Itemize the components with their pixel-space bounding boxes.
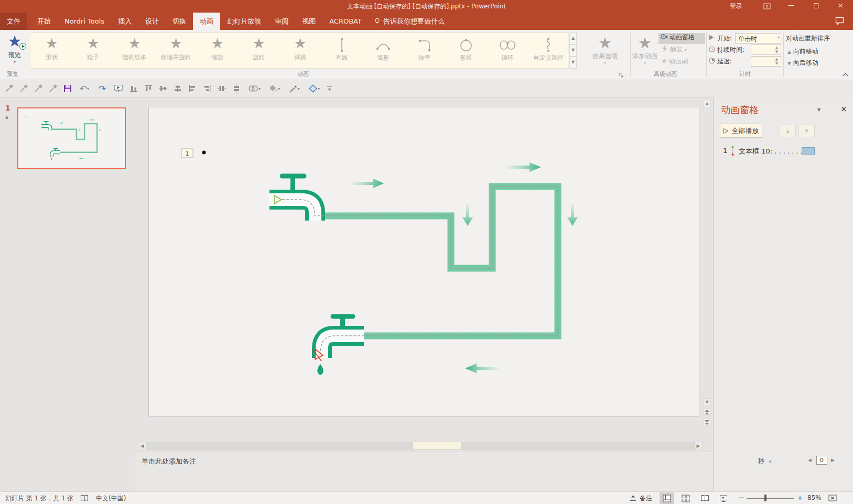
- maximize-button[interactable]: □: [809, 0, 823, 10]
- align-bottom-icon[interactable]: [127, 82, 141, 95]
- scroll-left-icon[interactable]: ◀: [138, 442, 146, 450]
- pane-dropdown-icon[interactable]: ▾: [817, 106, 820, 113]
- pipe-diagram[interactable]: [149, 107, 699, 416]
- anim-wheel[interactable]: ★轮子: [72, 33, 114, 68]
- tab-review[interactable]: 审阅: [268, 13, 295, 30]
- shape-fill-icon[interactable]: ▾: [265, 82, 283, 95]
- anim-spin[interactable]: ★旋转: [238, 33, 279, 68]
- horizontal-scroll-thumb[interactable]: [413, 442, 461, 450]
- tab-transitions[interactable]: 切换: [166, 13, 193, 30]
- tab-slideshow[interactable]: 幻灯片放映: [220, 13, 268, 30]
- zoom-level[interactable]: 85%: [807, 494, 822, 501]
- comments-icon[interactable]: [835, 17, 844, 25]
- fit-to-window-icon[interactable]: [828, 494, 837, 502]
- view-normal-icon[interactable]: [660, 492, 674, 504]
- tab-design[interactable]: 设计: [138, 13, 166, 30]
- animation-dialog-launcher-icon[interactable]: [619, 73, 624, 78]
- delay-spinner[interactable]: ▲▼: [773, 57, 780, 65]
- slide-canvas[interactable]: [148, 107, 699, 417]
- horizontal-scrollbar[interactable]: ◀ ▶: [138, 442, 703, 450]
- animation-list-item[interactable]: 1 文本框 10: . . . . . . ....: [717, 146, 849, 157]
- reorder-down-icon[interactable]: ▼: [798, 125, 815, 137]
- minimize-button[interactable]: —: [784, 0, 798, 10]
- path-turn[interactable]: 转弯: [404, 33, 445, 68]
- shape-outline-icon[interactable]: ▾: [285, 82, 303, 95]
- anim-bounce[interactable]: ★弹跳: [279, 33, 321, 68]
- align-left-icon[interactable]: [186, 82, 199, 95]
- path-loop[interactable]: 循环: [487, 33, 528, 68]
- align-middle-icon[interactable]: [156, 82, 170, 95]
- anim-shape[interactable]: ★形状: [31, 33, 72, 68]
- undo-icon[interactable]: ↶▾: [75, 82, 93, 95]
- path-custom[interactable]: 自定义路径: [528, 33, 569, 68]
- qat-overflow-icon[interactable]: [324, 82, 334, 95]
- animation-painter-button[interactable]: ★动画刷: [658, 57, 705, 68]
- tab-acrobat[interactable]: ACROBAT: [322, 13, 369, 30]
- pane-close-icon[interactable]: ×: [840, 104, 847, 114]
- anim-random-bars[interactable]: ★随机线条: [114, 33, 155, 68]
- scroll-right-icon[interactable]: ▶: [694, 442, 703, 450]
- zoom-in-icon[interactable]: +: [797, 494, 803, 501]
- gallery-scroll-down-icon[interactable]: ▼: [569, 45, 577, 57]
- tab-file[interactable]: 文件: [0, 13, 27, 30]
- edit-shape-icon[interactable]: ▾: [305, 82, 323, 95]
- eyedropper-icon[interactable]: [46, 82, 60, 95]
- redo-icon[interactable]: ↷: [95, 82, 109, 95]
- seconds-dropdown[interactable]: 秒 ▾: [758, 457, 771, 466]
- effect-options-button[interactable]: ★ 效果选项 ▾: [581, 32, 629, 65]
- notes-pane[interactable]: 单击此处添加备注: [135, 452, 713, 492]
- anim-shrink-turn[interactable]: ★收缩并旋转: [155, 33, 197, 68]
- eyedropper-icon[interactable]: [2, 82, 16, 95]
- align-top-icon[interactable]: [142, 82, 155, 95]
- gallery-scroll-up-icon[interactable]: ▲: [569, 32, 577, 45]
- tab-nordri-tools[interactable]: Nordri Tools: [58, 13, 111, 30]
- scroll-up-icon[interactable]: ▲: [703, 100, 711, 107]
- move-later-button[interactable]: ▼ 向后移动: [787, 59, 818, 68]
- sign-in-button[interactable]: 登录: [730, 2, 742, 10]
- start-combobox[interactable]: 单击时 ▾: [735, 33, 781, 43]
- start-slideshow-icon[interactable]: [111, 82, 125, 95]
- animation-pane-button[interactable]: 动画窗格: [658, 33, 705, 44]
- spellcheck-icon[interactable]: [80, 494, 89, 502]
- language-status[interactable]: 中文(中国): [96, 494, 126, 503]
- view-slideshow-icon[interactable]: [716, 492, 731, 504]
- tab-view[interactable]: 视图: [295, 13, 322, 30]
- reorder-up-icon[interactable]: ▲: [780, 125, 796, 137]
- item-timeline-bar[interactable]: [802, 147, 815, 155]
- view-reading-icon[interactable]: [697, 492, 712, 504]
- tab-home[interactable]: 开始: [30, 13, 58, 30]
- save-icon[interactable]: [61, 82, 74, 95]
- tab-animations[interactable]: 动画: [193, 13, 220, 30]
- eyedropper-icon[interactable]: [17, 82, 30, 95]
- zoom-slider-thumb[interactable]: [764, 495, 766, 501]
- ribbon-display-options-icon[interactable]: [760, 1, 774, 12]
- tell-me-box[interactable]: 告诉我你想要做什么: [374, 13, 445, 30]
- trigger-button[interactable]: 触发 ▾: [658, 45, 705, 56]
- collapse-ribbon-icon[interactable]: [842, 72, 849, 77]
- add-animation-button[interactable]: ★ 添加动画 ▾: [632, 32, 658, 65]
- gallery-more-icon[interactable]: ▼: [569, 57, 577, 69]
- zoom-slider[interactable]: [747, 498, 794, 499]
- notes-toggle-button[interactable]: 备注: [640, 494, 652, 503]
- distribute-horizontal-icon[interactable]: [215, 82, 229, 95]
- move-earlier-button[interactable]: ▲ 向前移动: [787, 47, 818, 56]
- eyedropper-icon[interactable]: [31, 82, 45, 95]
- seconds-back-icon[interactable]: ◀: [808, 457, 812, 463]
- zoom-out-icon[interactable]: −: [738, 494, 745, 501]
- seconds-forward-icon[interactable]: ▶: [831, 457, 835, 463]
- play-all-button[interactable]: 全部播放: [720, 124, 762, 138]
- align-right-icon[interactable]: [200, 82, 214, 95]
- path-line[interactable]: 直线: [321, 33, 362, 68]
- merge-shapes-icon[interactable]: ▾: [245, 82, 263, 95]
- delay-field[interactable]: ▲▼: [751, 56, 781, 67]
- scroll-down-icon[interactable]: ▼: [703, 398, 711, 406]
- seconds-value-box[interactable]: 0: [816, 456, 827, 465]
- distribute-vertical-icon[interactable]: [230, 82, 243, 95]
- view-slide-sorter-icon[interactable]: [678, 492, 693, 504]
- next-slide-icon[interactable]: [703, 418, 711, 426]
- path-arc[interactable]: 弧形: [362, 33, 404, 68]
- slide-thumbnail[interactable]: [17, 107, 126, 169]
- close-button[interactable]: ×: [834, 0, 847, 10]
- align-center-icon[interactable]: [171, 82, 185, 95]
- previous-slide-icon[interactable]: [703, 408, 711, 416]
